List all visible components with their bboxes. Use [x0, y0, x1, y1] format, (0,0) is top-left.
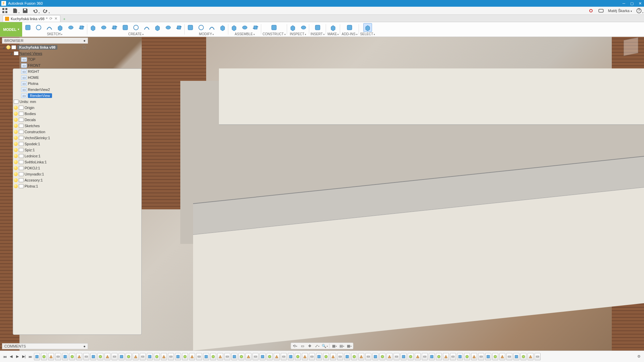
- timeline-feature-63[interactable]: [478, 353, 484, 360]
- timeline-feature-51[interactable]: [394, 353, 400, 360]
- timeline-feature-7[interactable]: [83, 353, 89, 360]
- new-tab-button[interactable]: ＋: [61, 16, 67, 22]
- timeline-feature-23[interactable]: [196, 353, 202, 360]
- timeline-feature-27[interactable]: [224, 353, 230, 360]
- timeline-feature-30[interactable]: [245, 353, 251, 360]
- save-button[interactable]: [22, 8, 28, 14]
- timeline-feature-4[interactable]: [62, 353, 68, 360]
- timeline-feature-25[interactable]: [210, 353, 216, 360]
- browser-settings-icon[interactable]: ●: [83, 39, 86, 43]
- timeline-feature-47[interactable]: [365, 353, 371, 360]
- browser-header[interactable]: BROWSER ●: [2, 38, 88, 44]
- tree-view-renderview[interactable]: ▭RenderView: [2, 93, 88, 99]
- timeline-feature-6[interactable]: [76, 353, 82, 360]
- timeline-feature-26[interactable]: [217, 353, 223, 360]
- visibility-bulb-icon[interactable]: [14, 172, 18, 176]
- timeline-feature-71[interactable]: [535, 353, 541, 360]
- ribbon-label-make[interactable]: MAKE: [327, 32, 339, 36]
- tree-twist-icon[interactable]: ▷: [9, 143, 13, 146]
- tree-twist-icon[interactable]: ▷: [9, 149, 13, 152]
- timeline-feature-5[interactable]: [69, 353, 75, 360]
- timeline-feature-31[interactable]: [252, 353, 259, 360]
- visibility-bulb-icon[interactable]: [6, 45, 10, 49]
- ribbon-create-tool-8[interactable]: [175, 23, 183, 32]
- orbit-button[interactable]: ⟲▾: [292, 343, 298, 349]
- ribbon-modify-tool-3[interactable]: [218, 23, 227, 32]
- tree-twist-icon[interactable]: ▷: [9, 167, 13, 170]
- tree-twist-icon[interactable]: ▷: [9, 185, 13, 188]
- ribbon-make-tool-0[interactable]: [329, 23, 337, 32]
- record-icon[interactable]: [588, 8, 594, 14]
- viewport[interactable]: BROWSER ● ◢Kuchyňská linka v98◢Named Vie…: [0, 37, 644, 351]
- tree-twist-icon[interactable]: ▷: [9, 112, 13, 115]
- timeline-feature-53[interactable]: [408, 353, 414, 360]
- timeline-feature-24[interactable]: [203, 353, 209, 360]
- timeline-feature-28[interactable]: [231, 353, 237, 360]
- timeline-feature-20[interactable]: [175, 353, 181, 360]
- close-button[interactable]: ✕: [636, 0, 644, 7]
- visibility-bulb-icon[interactable]: [14, 154, 18, 158]
- notifications-icon[interactable]: [598, 8, 604, 14]
- minimize-button[interactable]: ─: [620, 0, 628, 7]
- ribbon-sketch-tool-2[interactable]: [45, 23, 54, 32]
- ribbon-create-tool-6[interactable]: [153, 23, 162, 32]
- timeline-feature-40[interactable]: [316, 353, 322, 360]
- user-menu[interactable]: Matěj Škarka: [608, 9, 632, 13]
- viewport-layout-button[interactable]: ▦▾: [347, 343, 352, 349]
- visibility-bulb-icon[interactable]: [14, 136, 18, 140]
- ribbon-label-inspect[interactable]: INSPECT: [290, 32, 306, 36]
- timeline-feature-18[interactable]: [161, 353, 167, 360]
- timeline-feature-61[interactable]: [464, 353, 470, 360]
- tree-view-top[interactable]: ▭TOP: [2, 56, 88, 62]
- ribbon-create-tool-2[interactable]: [110, 23, 119, 32]
- data-panel-button[interactable]: [2, 8, 8, 14]
- grid-settings-button[interactable]: ▤▾: [339, 343, 344, 349]
- tree-view-renderview2[interactable]: ▭RenderView2: [2, 87, 88, 93]
- tree-twist-icon[interactable]: ▷: [9, 106, 13, 109]
- timeline-feature-39[interactable]: [309, 353, 315, 360]
- ribbon-inspect-tool-0[interactable]: [288, 23, 297, 32]
- visibility-bulb-icon[interactable]: [14, 118, 18, 122]
- timeline-feature-68[interactable]: [513, 353, 519, 360]
- timeline-feature-67[interactable]: [506, 353, 512, 360]
- ribbon-sketch-tool-0[interactable]: [24, 23, 32, 32]
- timeline-feature-54[interactable]: [415, 353, 421, 360]
- redo-button[interactable]: ▾: [42, 8, 48, 14]
- timeline-feature-32[interactable]: [260, 353, 266, 360]
- zoom-button[interactable]: ⤢▾: [315, 343, 320, 349]
- timeline-feature-55[interactable]: [422, 353, 428, 360]
- visibility-bulb-icon[interactable]: [14, 166, 18, 170]
- timeline-feature-9[interactable]: [97, 353, 103, 360]
- timeline-feature-36[interactable]: [288, 353, 294, 360]
- display-settings-button[interactable]: ▦▾: [332, 343, 337, 349]
- timeline-feature-41[interactable]: [323, 353, 329, 360]
- tree-twist-icon[interactable]: ▷: [9, 173, 13, 176]
- tab-close-button[interactable]: ✕: [54, 17, 58, 21]
- tree-twist-icon[interactable]: ▷: [9, 131, 13, 134]
- timeline-feature-44[interactable]: [344, 353, 350, 360]
- timeline-feature-17[interactable]: [154, 353, 160, 360]
- tree-item-sketches[interactable]: ▷Sketches: [2, 123, 88, 129]
- timeline-feature-66[interactable]: [499, 353, 505, 360]
- timeline-feature-35[interactable]: [281, 353, 287, 360]
- tree-twist-icon[interactable]: ▷: [9, 118, 13, 121]
- tree-twist-icon[interactable]: ▷: [9, 124, 13, 127]
- ribbon-label-insert[interactable]: INSERT: [311, 32, 325, 36]
- tree-item-spiz-1[interactable]: ▷Spiz:1: [2, 147, 88, 153]
- tree-item-origin[interactable]: ▷Origin: [2, 105, 88, 111]
- ribbon-create-tool-1[interactable]: [99, 23, 108, 32]
- timeline-feature-13[interactable]: [126, 353, 132, 360]
- workspace-switcher[interactable]: MODEL: [0, 22, 22, 37]
- tree-item-lednice-1[interactable]: ▷Lednice:1: [2, 153, 88, 159]
- timeline-back-button[interactable]: ◀: [8, 354, 14, 359]
- timeline-feature-56[interactable]: [429, 353, 435, 360]
- comments-panel[interactable]: COMMENTS ●: [2, 343, 88, 349]
- tree-twist-icon[interactable]: ▷: [9, 155, 13, 158]
- timeline-feature-70[interactable]: [527, 353, 534, 360]
- visibility-bulb-icon[interactable]: [14, 178, 18, 182]
- timeline-feature-34[interactable]: [274, 353, 280, 360]
- visibility-bulb-icon[interactable]: [14, 148, 18, 152]
- ribbon-modify-tool-0[interactable]: [186, 23, 195, 32]
- timeline-feature-0[interactable]: [34, 353, 40, 360]
- timeline-feature-38[interactable]: [302, 353, 308, 360]
